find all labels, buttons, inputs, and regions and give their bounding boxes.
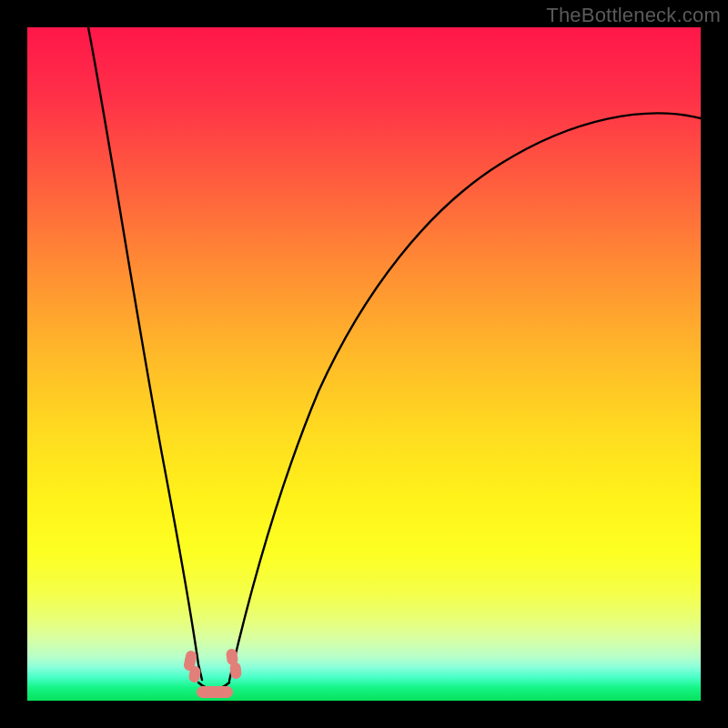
- curve-layer: [27, 27, 701, 701]
- plot-area: [27, 27, 701, 701]
- marker-right-lower: [229, 662, 242, 679]
- left-branch: [88, 27, 202, 680]
- right-branch: [229, 113, 701, 681]
- marker-floor: [197, 686, 233, 698]
- watermark-text: TheBottleneck.com: [546, 4, 721, 27]
- chart-frame: TheBottleneck.com: [0, 0, 728, 728]
